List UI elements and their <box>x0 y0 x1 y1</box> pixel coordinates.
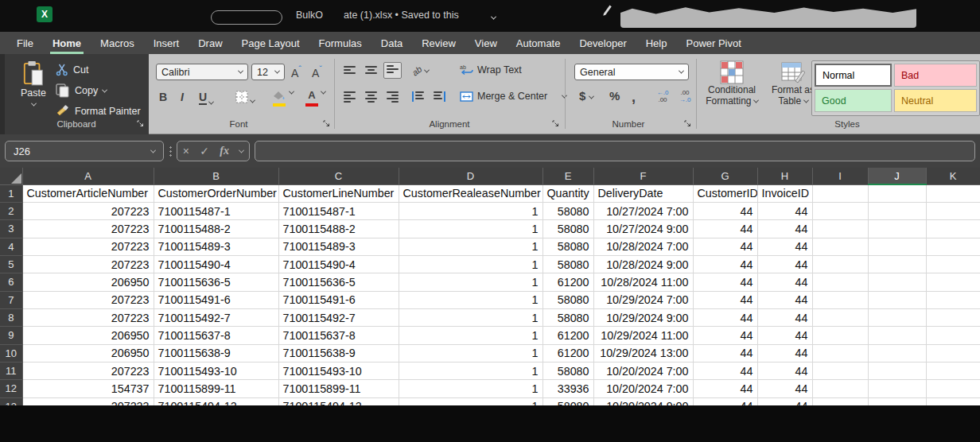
cell[interactable]: CustomerArticleNumber <box>22 184 154 202</box>
tab-automate[interactable]: Automate <box>514 32 563 54</box>
row-header-3[interactable]: 3 <box>0 220 22 238</box>
cell[interactable]: 44 <box>693 220 757 238</box>
cell[interactable] <box>812 273 868 291</box>
font-size-combobox[interactable]: 12 <box>251 64 285 80</box>
cell[interactable] <box>926 362 980 379</box>
tab-draw[interactable]: Draw <box>196 32 224 54</box>
cell[interactable] <box>926 184 980 202</box>
cell[interactable] <box>868 308 926 326</box>
cell[interactable]: 44 <box>757 202 812 219</box>
column-header-F[interactable]: F <box>593 168 693 184</box>
cell[interactable]: 7100115492-7 <box>154 308 278 326</box>
cell[interactable] <box>926 344 980 362</box>
cell[interactable]: 7100115899-11 <box>154 380 278 397</box>
cell[interactable] <box>812 344 868 362</box>
cell[interactable]: 7100115488-2 <box>278 220 399 238</box>
cell[interactable] <box>926 308 980 326</box>
cell[interactable]: 1 <box>399 273 542 291</box>
cell[interactable]: 7100115899-11 <box>278 380 399 397</box>
cell[interactable]: 1 <box>399 238 542 255</box>
cell[interactable]: 207223 <box>22 238 154 255</box>
copy-button[interactable]: Copy <box>56 83 107 99</box>
cell[interactable]: 7100115491-6 <box>278 291 399 308</box>
cell[interactable]: CustomerOrderNumber <box>154 184 278 202</box>
column-header-A[interactable]: A <box>22 168 154 184</box>
clipboard-dialog-launcher[interactable] <box>137 119 146 129</box>
cell[interactable]: 7100115636-5 <box>154 273 278 291</box>
decrease-font-size-button[interactable]: Aˇ <box>312 64 322 79</box>
cell[interactable]: 44 <box>757 255 812 273</box>
cell[interactable] <box>812 380 868 397</box>
cell[interactable]: 44 <box>757 238 812 255</box>
cell[interactable]: 33936 <box>542 380 593 397</box>
cell[interactable] <box>926 380 980 397</box>
cell[interactable]: 44 <box>693 238 757 255</box>
cell[interactable] <box>868 238 926 255</box>
conditional-formatting-button[interactable]: Conditional Formatting <box>702 60 762 107</box>
borders-button[interactable] <box>235 91 255 103</box>
cell[interactable]: 61200 <box>542 327 593 344</box>
cell[interactable]: 10/29/2024 11:00 <box>593 327 693 344</box>
cell[interactable]: CustomerLineNumber <box>278 184 399 202</box>
cell[interactable] <box>812 327 868 344</box>
decrease-indent-button[interactable] <box>412 91 424 102</box>
align-left-button[interactable] <box>344 91 356 102</box>
merge-center-button[interactable]: Merge & Center <box>460 91 566 102</box>
cell[interactable]: 44 <box>693 380 757 397</box>
cell[interactable]: 58080 <box>542 202 593 219</box>
number-dialog-launcher[interactable] <box>684 119 694 129</box>
column-header-H[interactable]: H <box>757 168 812 184</box>
cell[interactable] <box>868 255 926 273</box>
style-chip-normal[interactable]: Normal <box>815 64 892 87</box>
column-header-E[interactable]: E <box>542 168 593 184</box>
percent-style-button[interactable]: % <box>609 89 620 103</box>
cell[interactable]: 44 <box>757 380 812 397</box>
decrease-decimal-button[interactable]: .00→.0 <box>675 89 695 103</box>
font-color-chevron[interactable] <box>321 91 325 95</box>
tab-help[interactable]: Help <box>644 32 670 54</box>
font-color-button[interactable]: A <box>305 91 318 107</box>
cell[interactable] <box>812 291 868 308</box>
cell[interactable]: 7100115493-10 <box>278 362 399 379</box>
cell[interactable]: 7100115638-9 <box>278 344 399 362</box>
cell[interactable] <box>812 308 868 326</box>
bold-button[interactable]: B <box>159 91 167 103</box>
cell[interactable]: 1 <box>399 327 542 344</box>
cell[interactable]: 7100115637-8 <box>154 327 278 344</box>
cell[interactable]: 44 <box>757 308 812 326</box>
cell[interactable]: 44 <box>693 291 757 308</box>
select-all-corner[interactable] <box>0 168 22 184</box>
top-align-button[interactable] <box>344 65 356 76</box>
wrap-text-button[interactable]: ab Wrap Text <box>460 64 522 76</box>
tab-file[interactable]: File <box>14 32 36 54</box>
cell[interactable] <box>812 238 868 255</box>
insert-function-icon[interactable]: fx <box>220 145 229 157</box>
copy-chevron-icon[interactable] <box>102 87 107 92</box>
cell[interactable]: 7100115638-9 <box>154 344 278 362</box>
cell[interactable]: Quantity <box>542 184 593 202</box>
cell[interactable]: DeliveryDate <box>593 184 693 202</box>
cell[interactable] <box>812 255 868 273</box>
cell[interactable] <box>926 273 980 291</box>
tab-data[interactable]: Data <box>379 32 405 54</box>
font-name-combobox[interactable]: Calibri <box>156 64 248 80</box>
cell[interactable]: 10/27/2024 7:00 <box>593 202 693 219</box>
cell[interactable] <box>812 202 868 219</box>
cell[interactable] <box>868 380 926 397</box>
tab-insert[interactable]: Insert <box>151 32 182 54</box>
tab-page-layout[interactable]: Page Layout <box>239 32 302 54</box>
cell[interactable] <box>868 362 926 379</box>
comma-style-button[interactable]: , <box>632 89 636 106</box>
row-header-8[interactable]: 8 <box>0 308 22 326</box>
cell[interactable]: InvoiceID <box>757 184 812 202</box>
alignment-dialog-launcher[interactable] <box>552 119 562 129</box>
formula-bar-drag-handle[interactable] <box>169 145 172 157</box>
cell[interactable] <box>868 327 926 344</box>
row-header-9[interactable]: 9 <box>0 327 22 344</box>
bottom-align-button[interactable] <box>383 62 402 79</box>
cell[interactable]: CustomerRealeaseNumber <box>399 184 542 202</box>
fx-chevron-icon[interactable] <box>239 147 244 153</box>
cell[interactable] <box>926 202 980 219</box>
align-center-button[interactable] <box>365 91 377 102</box>
cell[interactable]: 1 <box>399 380 542 397</box>
